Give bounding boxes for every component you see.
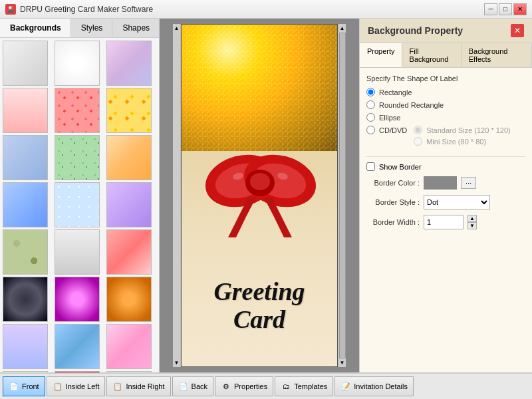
inside-right-label: Inside Right [126, 382, 164, 390]
bg-item-14[interactable] [55, 229, 100, 275]
front-icon: 📄 [9, 381, 19, 392]
bg-item-11[interactable] [55, 182, 100, 227]
panel-tabs: Property Fill Background Background Effe… [360, 43, 532, 68]
bg-item-24[interactable] [106, 371, 152, 372]
border-style-label: Border Style : [366, 198, 420, 206]
panel-header: Background Property ✕ [360, 19, 532, 43]
cd-sub-options: Standard Size (120 * 120) Mini Size (80 … [411, 126, 511, 146]
bg-item-21[interactable] [106, 324, 152, 369]
rounded-radio[interactable] [366, 100, 375, 109]
card-bow-section [182, 151, 337, 244]
radio-standard: Standard Size (120 * 120) [414, 126, 511, 134]
border-color-label: Border Color : [366, 179, 420, 187]
border-color-swatch[interactable] [424, 176, 457, 190]
mini-size-radio[interactable] [414, 137, 422, 146]
card-text-section: Greeting Card [182, 244, 337, 367]
back-button[interactable]: 📄 Back [172, 376, 213, 396]
cddvd-radio[interactable] [366, 126, 375, 134]
center-canvas-panel: ▲ ▼ [160, 19, 359, 372]
bg-item-23[interactable] [55, 371, 100, 372]
bg-item-6[interactable] [106, 88, 152, 133]
bg-item-22[interactable] [3, 371, 48, 372]
bg-item-19[interactable] [3, 324, 48, 369]
tab-shapes[interactable]: Shapes [112, 19, 160, 37]
radio-ellipse: Ellipse [366, 113, 525, 122]
templates-button[interactable]: 🗂 Templates [275, 376, 333, 396]
border-width-input[interactable] [424, 215, 464, 229]
card-canvas: Greeting Card [181, 24, 338, 367]
window-controls: ─ □ ✕ [484, 3, 527, 15]
properties-button[interactable]: ⚙ Properties [215, 376, 273, 396]
bg-item-5[interactable] [55, 88, 100, 133]
title-bar-left: 🎴 DRPU Greeting Card Maker Software [5, 4, 153, 15]
close-button[interactable]: ✕ [513, 3, 527, 15]
invitation-details-button[interactable]: 📝 Invitation Details [334, 376, 414, 396]
bg-item-20[interactable] [55, 324, 100, 369]
section-title: Specify The Shape Of Label [366, 74, 525, 82]
inside-left-icon: 📋 [53, 381, 63, 392]
bg-item-18[interactable] [106, 277, 152, 322]
spin-up-button[interactable]: ▲ [467, 215, 477, 222]
svg-point-5 [250, 173, 270, 190]
bg-item-15[interactable] [106, 229, 152, 275]
back-label: Back [192, 382, 207, 390]
bg-item-13[interactable] [3, 229, 48, 275]
panel-tab-fill[interactable]: Fill Background [402, 43, 462, 67]
invitation-details-label: Invitation Details [354, 382, 408, 390]
bg-item-8[interactable] [55, 135, 100, 180]
templates-label: Templates [294, 382, 327, 390]
inside-right-button[interactable]: 📋 Inside Right [106, 376, 170, 396]
left-scroll-area [0, 38, 159, 372]
panel-close-button[interactable]: ✕ [511, 24, 524, 37]
front-button[interactable]: 📄 Front [3, 376, 45, 396]
bg-item-10[interactable] [3, 182, 48, 227]
standard-size-label: Standard Size (120 * 120) [426, 126, 511, 134]
rounded-label: Rounded Rectangle [379, 101, 444, 109]
mini-size-label: Mini Size (80 * 80) [426, 138, 486, 146]
tab-backgrounds[interactable]: Backgrounds [0, 19, 71, 37]
bg-item-3[interactable] [106, 41, 152, 86]
border-color-picker-button[interactable]: ··· [461, 177, 476, 189]
radio-cddvd-item: CD/DVD [366, 126, 407, 134]
bg-item-1[interactable] [3, 41, 48, 86]
bg-item-7[interactable] [3, 135, 48, 180]
cddvd-row: CD/DVD Standard Size (120 * 120) Mini Si… [366, 126, 525, 151]
rectangle-label: Rectangle [379, 88, 412, 96]
front-label: Front [22, 382, 39, 390]
app-icon: 🎴 [5, 4, 16, 15]
tab-styles[interactable]: Styles [71, 19, 113, 37]
border-width-spinner: ▲ ▼ [467, 215, 477, 229]
panel-tab-effects[interactable]: Background Effects [462, 43, 532, 67]
minimize-button[interactable]: ─ [484, 3, 497, 15]
shape-radio-group: Rectangle Rounded Rectangle Ellipse CD/D… [366, 88, 525, 151]
bg-item-9[interactable] [106, 135, 152, 180]
bg-item-12[interactable] [106, 182, 152, 227]
border-style-row: Border Style : Dot Solid Dash DashDot [366, 195, 525, 209]
inside-left-button[interactable]: 📋 Inside Left [47, 376, 106, 396]
bottom-toolbar: 📄 Front 📋 Inside Left 📋 Inside Right 📄 B… [0, 372, 532, 399]
right-scroll-bar[interactable]: ▲ ▼ [338, 24, 346, 367]
maximize-button[interactable]: □ [499, 3, 512, 15]
app-title: DRPU Greeting Card Maker Software [20, 5, 153, 14]
inside-left-label: Inside Left [66, 382, 100, 390]
left-scroll-bar[interactable]: ▲ ▼ [173, 24, 181, 367]
bg-item-16[interactable] [3, 277, 48, 322]
spin-down-button[interactable]: ▼ [467, 222, 477, 229]
rectangle-radio[interactable] [366, 88, 375, 96]
invitation-details-icon: 📝 [340, 381, 351, 392]
ellipse-radio[interactable] [366, 113, 375, 122]
bg-item-4[interactable] [3, 88, 48, 133]
cddvd-label: CD/DVD [379, 126, 407, 134]
border-style-select[interactable]: Dot Solid Dash DashDot [424, 195, 490, 209]
bg-grid [0, 38, 159, 372]
card-text: Greeting Card [213, 278, 305, 334]
radio-rounded: Rounded Rectangle [366, 100, 525, 109]
panel-content: Specify The Shape Of Label Rectangle Rou… [360, 68, 532, 372]
show-border-checkbox[interactable] [366, 162, 375, 171]
bg-item-17[interactable] [55, 277, 100, 322]
panel-tab-property[interactable]: Property [360, 43, 402, 67]
standard-size-radio[interactable] [414, 126, 422, 134]
left-tabs: Backgrounds Styles Shapes [0, 19, 159, 38]
show-border-row: Show Border [366, 162, 525, 171]
bg-item-2[interactable] [55, 41, 100, 86]
